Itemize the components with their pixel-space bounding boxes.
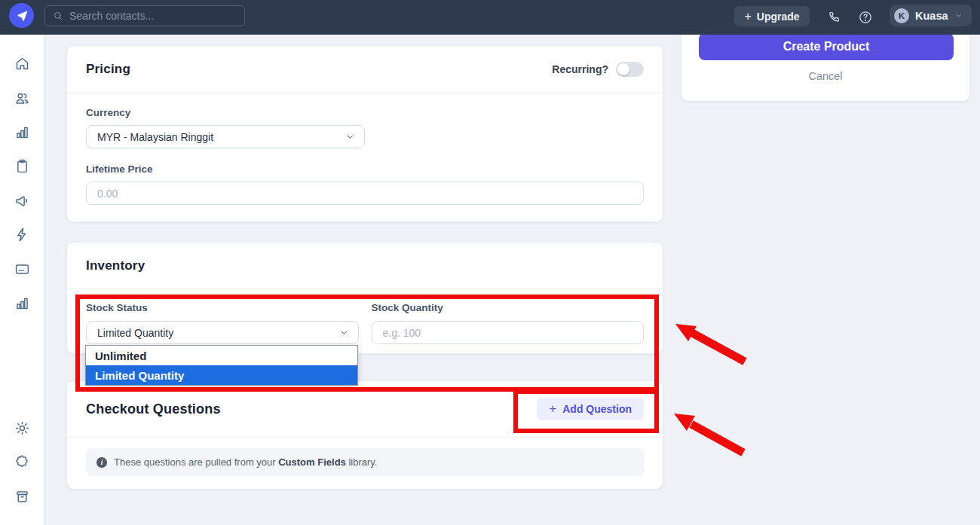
currency-value: MYR - Malaysian Ringgit (97, 131, 213, 143)
stock-status-dropdown: Unlimited Limited Quantity (85, 345, 358, 386)
avatar: K (894, 8, 909, 23)
search-icon (53, 11, 63, 21)
currency-select[interactable]: MYR - Malaysian Ringgit (86, 125, 365, 148)
inventory-card-header: Inventory (67, 243, 663, 289)
currency-label: Currency (86, 107, 130, 118)
info-icon: i (96, 457, 107, 468)
phone-icon (827, 10, 842, 25)
checkout-questions-card: Checkout Questions + Add Question i Thes… (66, 380, 663, 490)
plus-icon: + (549, 401, 556, 417)
sidebar-item-home[interactable] (7, 48, 37, 78)
chevron-down-icon (339, 328, 349, 337)
bar-chart-alt-icon (14, 295, 30, 311)
lifetime-price-input[interactable] (86, 182, 644, 205)
sidebar-item-gear[interactable] (7, 413, 37, 443)
create-product-button[interactable]: Create Product (699, 33, 954, 60)
upgrade-button[interactable]: + Upgrade (734, 6, 810, 26)
dropdown-option-unlimited[interactable]: Unlimited (86, 346, 357, 365)
puzzle-icon (14, 454, 30, 470)
lifetime-price-label: Lifetime Price (86, 163, 644, 175)
recurring-control: Recurring? (552, 62, 644, 77)
pricing-title: Pricing (86, 62, 130, 77)
recurring-toggle[interactable] (616, 62, 644, 77)
sidebar-item-bolt[interactable] (7, 219, 37, 249)
annotation-arrow-1 (675, 324, 745, 362)
gear-icon (14, 420, 30, 436)
add-question-button[interactable]: + Add Question (537, 398, 644, 420)
stock-status-label: Stock Status (86, 302, 359, 313)
sidebar-item-megaphone[interactable] (7, 185, 37, 215)
users-icon (14, 90, 30, 106)
credit-card-icon (14, 261, 30, 277)
chevron-down-icon (345, 132, 355, 142)
recurring-label: Recurring? (552, 63, 608, 75)
megaphone-icon (14, 193, 30, 209)
add-question-label: Add Question (562, 403, 632, 415)
search-box (44, 5, 245, 26)
toggle-knob (617, 63, 629, 75)
user-menu[interactable]: K Kuasa (890, 5, 972, 26)
dropdown-option-limited-quantity[interactable]: Limited Quantity (86, 365, 357, 385)
app-logo[interactable] (9, 3, 34, 28)
inventory-title: Inventory (86, 258, 145, 273)
checkout-questions-title: Checkout Questions (86, 401, 221, 417)
archive-icon (14, 489, 30, 505)
clipboard-icon (14, 158, 30, 174)
checkout-card-header: Checkout Questions + Add Question (67, 381, 663, 438)
home-icon (14, 56, 30, 72)
pricing-body: Currency MYR - Malaysian Ringgit Lifetim… (67, 93, 663, 205)
help-icon (858, 10, 873, 25)
sidebar-item-archive[interactable] (7, 481, 37, 511)
sidebar-item-clipboard[interactable] (7, 151, 37, 181)
sidebar (0, 35, 44, 525)
sidebar-item-bar-chart-alt[interactable] (7, 288, 37, 318)
paper-plane-icon (15, 9, 29, 23)
stock-quantity-label: Stock Quantity (372, 302, 645, 313)
help-button[interactable] (855, 7, 876, 28)
topbar: + Upgrade K Kuasa (0, 0, 980, 35)
note-text: These questions are pulled from your Cus… (114, 456, 377, 468)
sidebar-item-bar-chart[interactable] (7, 117, 37, 147)
user-name: Kuasa (915, 10, 948, 22)
stock-status-value: Limited Quantity (97, 327, 173, 339)
pricing-card-header: Pricing Recurring? (67, 46, 663, 93)
sidebar-item-users[interactable] (7, 83, 37, 113)
phone-button[interactable] (824, 7, 845, 28)
inventory-body: Stock Status Stock Quantity Limited Quan… (67, 289, 663, 344)
checkout-note: i These questions are pulled from your C… (86, 448, 645, 476)
bolt-icon (14, 227, 30, 243)
bar-chart-icon (14, 124, 30, 140)
stock-status-select[interactable]: Limited Quantity (86, 321, 359, 344)
inventory-card: Inventory Stock Status Stock Quantity Li… (66, 242, 663, 354)
sidebar-item-puzzle[interactable] (7, 447, 37, 477)
chevron-down-icon (954, 11, 963, 20)
plus-icon: + (744, 10, 751, 23)
sidebar-item-credit-card[interactable] (7, 254, 37, 284)
stock-quantity-input[interactable] (372, 321, 645, 344)
pricing-card: Pricing Recurring? Currency MYR - Malays… (66, 45, 663, 222)
upgrade-label: Upgrade (757, 11, 800, 23)
cancel-button[interactable]: Cancel (681, 70, 969, 82)
search-input[interactable] (69, 10, 237, 22)
annotation-arrow-2 (674, 414, 743, 453)
